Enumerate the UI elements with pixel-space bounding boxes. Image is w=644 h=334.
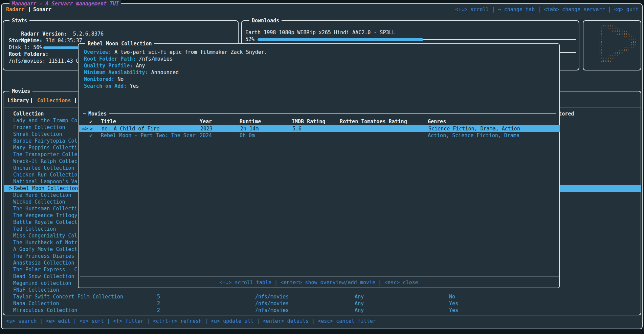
selected-row-arrow: => — [6, 185, 12, 192]
collection-name: Frozen Collection — [13, 124, 65, 131]
number-of-movies: 2 — [157, 300, 160, 307]
collection-name: Rebel Moon Collection — [14, 185, 78, 192]
field-value: Announced — [148, 69, 179, 76]
tab-divider — [75, 98, 76, 103]
collection-name: The Princess Diaries — [13, 253, 74, 259]
download-item-name: Earth 1998 1080p WEBRip x265 Hindi AAC2.… — [245, 29, 395, 36]
field-value: A two-part sci-fi epic from filmmaker Za… — [111, 49, 267, 55]
movie-row[interactable]: ✔Rebel Moon - Part Two: The Scar20240h 0… — [79, 132, 559, 139]
collection-name: Die Hard Collection — [13, 192, 71, 199]
collection-name: Ted Collection — [13, 226, 56, 232]
collection-name: Dead Snow Collection — [13, 273, 74, 280]
collection-field: Root Folder Path: /nfs/movies — [84, 56, 173, 62]
tab-library[interactable]: Library — [7, 97, 29, 104]
monitored-check-header: ✔ — [89, 118, 92, 125]
movie-runtime: 0h 0m — [240, 132, 255, 139]
number-of-movies: 5 — [157, 293, 160, 300]
collection-name: Nana Collection — [13, 300, 59, 307]
collection-name: National Lampoon's Va — [13, 178, 77, 185]
storage-label: Storage: — [9, 37, 33, 44]
collection-name: Lady and the Tramp Co — [13, 117, 77, 124]
root-folder-path: /nfs/movies — [255, 307, 289, 314]
root-folders-label: Root Folders: — [9, 51, 48, 58]
field-label: Overview: — [84, 49, 111, 55]
modal-title: Rebel Moon Collection — [85, 40, 154, 47]
runtime-header: Runtime — [240, 118, 261, 125]
collection-details-modal: Rebel Moon Collection Overview: A two-pa… — [78, 43, 560, 288]
downloads-title: Downloads — [249, 17, 282, 24]
field-value: Any — [133, 63, 145, 69]
collection-name: Anastasia Collection — [13, 259, 74, 266]
collection-name: Miraculous Collection — [13, 307, 77, 314]
collection-name: The Transporter Colle — [13, 151, 77, 158]
monitored-value: Yes — [449, 300, 458, 307]
collection-name: FNaF Collection — [13, 287, 59, 293]
collection-row[interactable]: Nana Collection2/nfs/moviesAnyYes — [3, 300, 641, 307]
collection-name: Barbie Fairytopia Col — [13, 138, 77, 144]
field-label: Root Folder Path: — [84, 56, 136, 62]
app-title: Managarr - A Servarr management TUI — [9, 0, 121, 7]
collection-name: Shrek Collection — [13, 131, 62, 138]
tab-sonarr[interactable]: Sonarr — [33, 6, 51, 13]
column-header-collection: Collection — [13, 110, 44, 117]
root-folder-path: /nfs/movies — [255, 293, 289, 300]
tab-radarr[interactable]: Radarr — [6, 6, 24, 13]
number-of-movies: 2 — [157, 307, 160, 314]
collection-name: Uncharted Collection — [13, 165, 74, 171]
collection-name: Wreck-It Ralph Collec — [13, 158, 77, 165]
selected-row-arrow: => — [82, 125, 88, 132]
movie-title: ne: A Child of Fire — [102, 125, 160, 132]
movies-panel-title: Movies — [9, 88, 32, 95]
rotten-tomatoes-header: Rotten Tomatoes Rating — [340, 118, 407, 125]
movie-row[interactable]: =>✔ne: A Child of Fire20232h 14m5.6Scien… — [79, 125, 560, 132]
tab-divider — [31, 98, 32, 103]
title-header: Title — [101, 118, 116, 125]
field-value: /nfs/movies — [136, 56, 173, 62]
uptime-value: 31d 04:35:37 — [45, 38, 82, 44]
quality-profile: Any — [355, 307, 364, 314]
movie-year: 2023 — [200, 125, 213, 132]
monitored-value: No — [449, 293, 455, 300]
quality-profile: Any — [355, 293, 364, 300]
disk-usage-label: Disk 1: 56% — [9, 44, 42, 51]
collection-field: Monitored: No — [84, 76, 124, 83]
collection-name: Megamind collection — [13, 280, 71, 287]
collection-name: Chicken Run Collectio — [13, 171, 77, 178]
movie-year: 2024 — [200, 132, 212, 139]
collection-field: Minimum Availability: Announced — [84, 69, 179, 76]
collection-name: Battle Royale Collect — [13, 219, 77, 226]
movie-genres: Science Fiction, Drama, Action — [428, 125, 520, 132]
genres-header: Genres — [428, 118, 446, 125]
collection-row[interactable]: Miraculous Collection2/nfs/moviesAnyYes — [3, 307, 641, 314]
collection-name: The Huntsman Collecti — [13, 205, 77, 212]
modal-footer-separator — [80, 276, 559, 276]
collection-field: Quality Profile: Any — [84, 62, 145, 69]
collection-name: Mary Poppins Collecti — [13, 144, 77, 151]
modal-keybinds: <↑↓> scroll table | <enter> show overvie… — [79, 279, 559, 286]
collection-name: Taylor Swift Concert Film Collection — [13, 293, 123, 300]
collection-name: A Goofy Movie Collect — [13, 246, 77, 253]
field-value: No — [114, 76, 124, 82]
download-percent: 52% — [245, 36, 254, 43]
logo-panel: .::::::.. ::. .::::::.. :: .::::::.. :: … — [583, 20, 641, 70]
movie-genres: Action, Science Fiction, Drama — [428, 132, 519, 139]
quality-profile: Any — [355, 300, 364, 307]
collection-name: The Polar Express - C — [13, 266, 77, 273]
collection-name: Wicked Collection — [13, 199, 65, 205]
movies-subpanel-border — [83, 113, 556, 114]
field-label: Minimum Availability: — [84, 69, 148, 76]
root-folder-path: /nfs/movies — [255, 300, 289, 307]
collection-name: The Hunchback of Notr — [13, 239, 77, 246]
collection-name: The Vengeance Trilogy — [13, 212, 77, 219]
movie-runtime: 2h 14m — [240, 125, 259, 132]
collection-row[interactable]: Taylor Swift Concert Film Collection5/nf… — [3, 293, 641, 300]
field-label: Quality Profile: — [84, 63, 133, 69]
field-value: Yes — [127, 83, 139, 89]
root-folder-value: /nfs/movies: 11511.43 GB — [9, 58, 82, 64]
download-gauge — [258, 39, 576, 40]
monitored-value: Yes — [449, 307, 458, 314]
collection-field: Search on Add: Yes — [84, 83, 139, 89]
monitored-check-icon: ✔ — [89, 132, 92, 139]
managarr-logo-icon: .::::::.. ::. .::::::.. :: .::::::.. :: … — [596, 24, 636, 62]
tab-collections[interactable]: Collections — [37, 97, 71, 104]
